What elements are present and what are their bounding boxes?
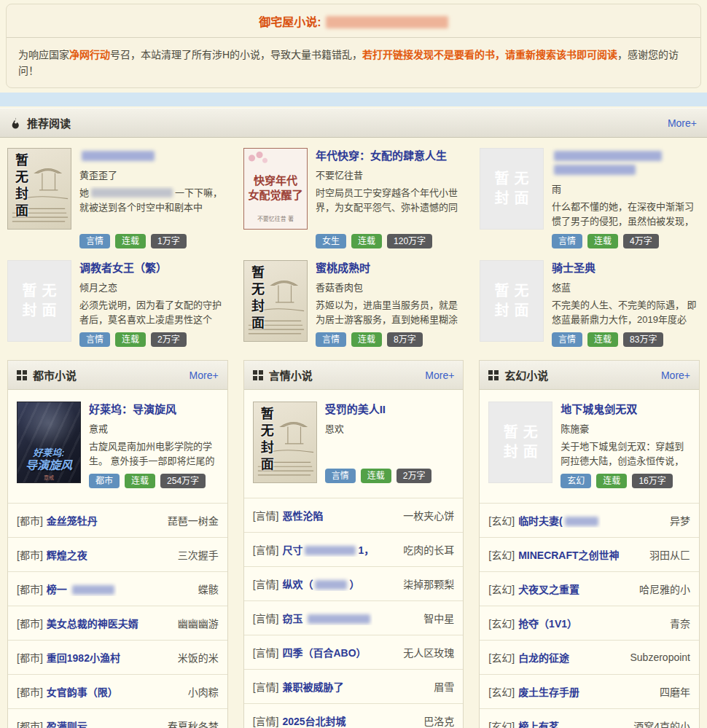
list-item: [都市]女官韵事（限） 小肉粽 <box>8 674 227 708</box>
list-author: 酒窝4克的小 <box>633 719 690 728</box>
list-item: [玄幻]白龙的征途 Subzeropoint <box>480 640 699 674</box>
book-tag: 连载 <box>587 332 618 347</box>
book-cover[interactable]: 暂无封面 <box>7 148 71 230</box>
book-tag: 120万字 <box>387 234 432 248</box>
site-title-link[interactable]: 御宅屋小说: <box>259 16 321 28</box>
book-description: 时空局员工宁安穿越各个年代小世界，为女配平怨气、弥补遗憾的同 <box>316 186 464 215</box>
list-item-left: [都市]重回1982小渔村 <box>17 650 120 665</box>
list-author: 智中星 <box>423 611 454 625</box>
list-category: [玄幻] <box>488 721 515 728</box>
book-tag: 连载 <box>115 234 146 248</box>
panel-more-link[interactable]: More+ <box>190 369 219 381</box>
list-author: 无人区玫瑰 <box>403 645 454 659</box>
list-author: 柒掉那颗梨 <box>403 576 454 591</box>
list-title-link[interactable]: 2025台北封城 <box>282 716 345 727</box>
book-title-link[interactable]: 调教者女王（繁） <box>79 261 227 275</box>
book-card: 暂无封面 地下城鬼剑无双 陈施豪 关于地下城鬼剑无双：穿越到阿拉德大陆，创造永恒… <box>488 402 690 488</box>
list-item: [玄幻]MINECRAFT之创世神 羽田从匚 <box>480 537 699 571</box>
list-category: [玄幻] <box>488 618 515 630</box>
book-title-link[interactable]: 好莱坞：导演旋风 <box>89 402 219 416</box>
list-title-link[interactable]: 临时夫妻( <box>518 515 601 527</box>
list-title-link[interactable]: 女官韵事（限） <box>47 686 118 698</box>
recommend-more-link[interactable]: More+ <box>668 117 697 129</box>
book-title-link[interactable]: 骑士圣典 <box>552 261 700 275</box>
book-info: 黄歪歪了 她一下下嘛，就被送到各个时空中和剧本中 言情连载1万字 <box>79 148 227 248</box>
list-title-link[interactable]: 兼职被威胁了 <box>282 681 343 693</box>
list-item-left: [都市]美女总裁的神医夫婿 <box>17 616 138 630</box>
book-card: 暂无封面 受罚的美人II 恩欢 言情连载2万字 <box>253 402 455 483</box>
list-category: [言情] <box>253 579 279 590</box>
panel-book-list: [言情]恶性沦陷 一枚夹心饼 [言情]尺寸1， 吃肉的长耳 [言情]纵欢（） 柒… <box>244 498 464 728</box>
list-title-link[interactable]: 白龙的征途 <box>518 652 569 664</box>
book-info: 雨 什么都不懂的她，在深夜中渐渐习惯了男子的侵犯，虽然怕被发现， 言情连载4万字 <box>552 148 700 248</box>
book-author: 倾月之恋 <box>79 280 227 294</box>
list-title-link[interactable]: 榜上有茗 <box>518 721 559 728</box>
list-item: [都市]盈满则亏 春夏秋冬梦 <box>8 708 227 728</box>
redacted-site-url <box>326 16 448 28</box>
list-title-link[interactable]: 盈满则亏 <box>47 721 87 728</box>
list-item: [玄幻]废土生存手册 四磨年 <box>480 674 699 708</box>
list-title-link[interactable]: 窃玉 <box>282 613 372 625</box>
book-tag: 言情 <box>552 332 582 347</box>
list-author: 春夏秋冬梦 <box>168 719 219 728</box>
list-category: [言情] <box>253 681 279 693</box>
list-title-link[interactable]: 美女总裁的神医夫婿 <box>47 618 138 630</box>
book-cover[interactable]: 暂无封面 <box>7 260 71 342</box>
book-description: 不完美的人生、不完美的际遇， 即悠蓝最新鼎力大作，2019年度必 <box>552 298 700 327</box>
book-cover[interactable]: 暂无封面 <box>243 260 308 342</box>
book-title-link[interactable] <box>552 149 700 176</box>
book-cover[interactable]: 快穿年代女配觉醒了不要忆往昔 著 <box>243 148 308 230</box>
book-tags: 女生连载120万字 <box>316 229 464 248</box>
book-tags: 言情连载2万字 <box>79 327 227 347</box>
book-cover[interactable]: 暂无封面 <box>253 402 317 483</box>
book-tag: 言情 <box>316 332 346 347</box>
panel-title: 都市小说 <box>33 367 77 383</box>
category-panel: 都市小说 More+ 好莱坞:导演旋风意戒 好莱坞：导演旋风 意戒 古旋风是南加… <box>7 360 228 728</box>
list-title-link[interactable]: 恶性沦陷 <box>282 510 323 522</box>
book-info: 骑士圣典 悠蓝 不完美的人生、不完美的际遇， 即悠蓝最新鼎力大作，2019年度必… <box>552 260 700 347</box>
book-card: 暂无封面 蜜桃成熟时 香菇香肉包 苏姬以为，进庙里当服务员，就是为居士游客服务，… <box>243 260 464 347</box>
list-title-link[interactable]: 抢夺（1V1） <box>518 618 577 630</box>
list-title-link[interactable]: 重回1982小渔村 <box>47 652 120 664</box>
panel-more-link[interactable]: More+ <box>661 369 690 381</box>
book-title-link[interactable]: 年代快穿：女配的肆意人生 <box>316 149 464 163</box>
list-title-link[interactable]: 废土生存手册 <box>518 686 579 698</box>
book-title-link[interactable] <box>79 149 227 163</box>
book-author: 不要忆往昔 <box>316 168 464 181</box>
panel-title: 玄幻小说 <box>504 367 548 383</box>
book-cover[interactable]: 暂无封面 <box>480 148 544 230</box>
book-cover[interactable]: 暂无封面 <box>480 260 544 342</box>
list-title-link[interactable]: 尺寸1， <box>282 544 374 556</box>
list-title-link[interactable]: 四季（百合ABO） <box>282 647 366 659</box>
book-author: 意戒 <box>89 421 219 435</box>
book-title-link[interactable]: 蜜桃成熟时 <box>316 261 464 275</box>
book-title-link[interactable]: 受罚的美人II <box>325 402 455 416</box>
list-title-link[interactable]: 辉煌之夜 <box>47 549 87 561</box>
list-item: [言情]纵欢（） 柒掉那颗梨 <box>244 566 464 600</box>
redacted-text <box>554 165 636 175</box>
list-author: 蝶骸 <box>198 582 219 596</box>
page-header: 御宅屋小说: <box>7 4 700 38</box>
list-title-link[interactable]: 金丝笼牡丹 <box>47 515 98 527</box>
list-category: [玄幻] <box>488 549 515 561</box>
panel-featured: 暂无封面 受罚的美人II 恩欢 言情连载2万字 <box>244 390 464 498</box>
list-title-link[interactable]: 纵欢（） <box>282 579 359 590</box>
list-category: [都市] <box>17 721 43 728</box>
book-tag: 4万字 <box>623 234 659 248</box>
redacted-text <box>91 188 173 197</box>
panel-more-link[interactable]: More+ <box>425 369 454 381</box>
list-category: [都市] <box>17 686 43 698</box>
list-item-left: [言情]尺寸1， <box>253 542 375 557</box>
book-description: 苏姬以为，进庙里当服务员，就是为居士游客服务，直到她稀里糊涂 <box>316 298 464 327</box>
list-title-link[interactable]: MINECRAFT之创世神 <box>518 549 619 561</box>
book-tags: 言情连载8万字 <box>316 327 464 347</box>
category-panel: 言情小说 More+ 暂无封面 受罚的美人II 恩欢 言情连载2万字 [言情]恶… <box>243 360 464 728</box>
notice-highlight: 若打开链接发现不是要看的书，请重新搜索该书即可阅读 <box>362 49 617 60</box>
book-cover[interactable]: 好莱坞:导演旋风意戒 <box>17 402 81 483</box>
book-title-link[interactable]: 地下城鬼剑无双 <box>560 402 690 416</box>
list-title-link[interactable]: 犬夜叉之重置 <box>518 584 579 595</box>
book-tag: 言情 <box>552 234 582 248</box>
list-title-link[interactable]: 榜一 <box>47 584 117 595</box>
book-cover[interactable]: 暂无封面 <box>488 402 552 483</box>
book-tag: 连载 <box>351 332 382 347</box>
